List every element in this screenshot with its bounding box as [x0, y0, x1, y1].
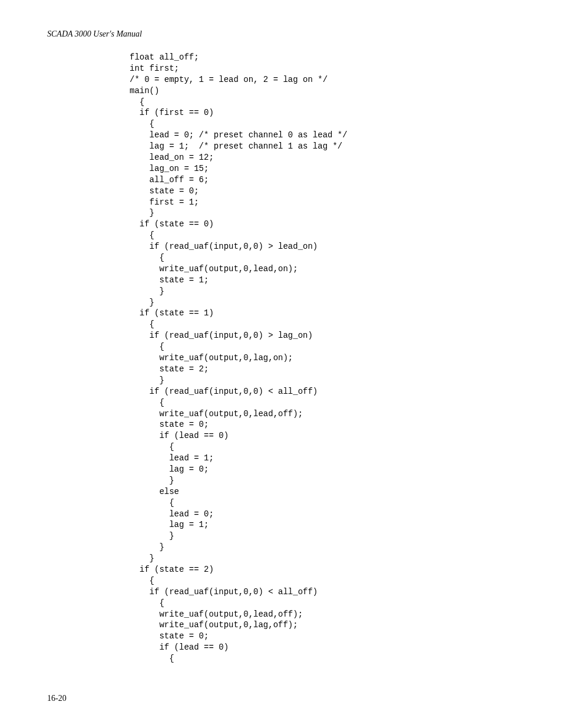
code-listing: float all_off; int first; /* 0 = empty, … — [130, 52, 348, 664]
page-header: SCADA 3000 User's Manual — [47, 29, 142, 39]
page-number: 16-20 — [47, 694, 67, 703]
